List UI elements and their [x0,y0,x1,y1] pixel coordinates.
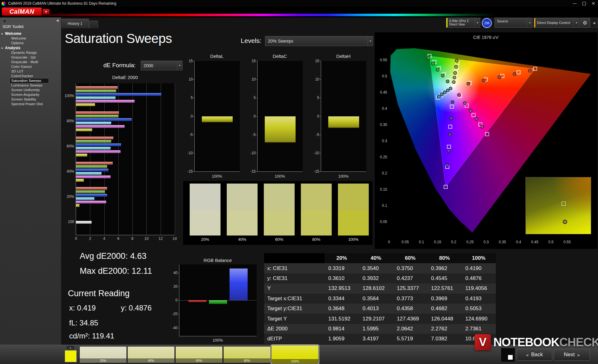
sidebar-item-3d-lut[interactable]: 3D LUT [0,69,61,74]
levels-dropdown[interactable]: 20% Sweeps ▼ [265,36,373,46]
current-cd: cd/m²: 119.41 [69,332,114,340]
measured-magenta-2 [463,101,466,105]
panel-collapse-button[interactable]: ◀ [590,18,598,28]
table-row-label: Target y:CIE31 [264,304,325,314]
sidebar-item-color-gamut[interactable]: Color Gamut [0,64,61,69]
patch-button-60%[interactable]: 60% [175,346,223,363]
actual-swatch-80% [301,184,332,210]
tree-expander-icon[interactable]: ▸ [2,45,3,50]
table-value-cell: 1.9059 [325,334,359,344]
target-swatch-20% [190,210,221,236]
sidebar-section-welcome[interactable]: ▸Welcome [0,31,61,36]
sidebar-item-welcome[interactable]: Welcome [0,36,61,41]
deltac-chart-title: DeltaC [257,54,302,59]
measured-red-3 [498,76,501,79]
chevron-down-icon: ▼ [177,61,182,70]
sidebar-item-saturation-sweeps[interactable]: Saturation Sweeps [10,78,49,83]
max-de2000: Max dE2000: 12.11 [80,266,152,276]
tick-mark [256,153,258,153]
patch-panel-arrow[interactable]: ▲ [66,345,75,350]
patch-button-80%[interactable]: 80% [223,346,271,363]
maximize-button[interactable] [579,0,589,7]
table-row-label: dEITP [264,334,325,344]
target-swatch-100% [338,210,369,236]
table-value-cell: 132.9513 [325,283,359,293]
x-tick-label: 6 [112,236,125,241]
sidebar-item-grayscale-multi[interactable]: Grayscale - Multi [0,60,61,64]
table-value-cell: 0.4190 [462,263,496,273]
sidebar-item-grayscale-2pt[interactable]: Grayscale - 2pt [0,55,61,60]
back-chevron-icon: « [526,352,529,357]
y-tick-label: -15 [182,169,193,174]
sidebar-item-options[interactable]: Options [0,41,61,45]
deltae-group-label: 100 [62,220,74,224]
table-header-row: 20%40%60%80%100% [264,253,496,263]
sidebar-item-dynamic-range[interactable]: Dynamic Range [0,50,61,55]
sidebar-section-analysis[interactable]: ▸Analysis [0,45,61,50]
tick-mark [256,116,258,117]
sidebar-item-colorchecker[interactable]: ColorChecker [0,74,61,78]
tick-mark [256,61,258,61]
new-tab-button[interactable] [89,21,98,28]
swatch-level-label: 60% [264,237,295,242]
logo-menu-arrow[interactable]: ▼ [43,9,50,14]
actual-swatch-20% [190,184,221,210]
patch-button-40%[interactable]: 40% [127,346,175,363]
target-swatch-60% [264,210,295,236]
cie-y-tick: 0.1 [377,203,387,208]
cie-x-tick: 0.2 [448,240,460,244]
measured-green-4 [431,62,434,65]
measured-yellow-1 [452,81,455,84]
tick-mark [256,79,258,80]
y-tick-label: -10 [309,151,319,155]
back-button[interactable]: « Back [517,349,552,361]
tick-mark [320,61,321,61]
meter-count-badge[interactable]: 236 [482,18,492,28]
deltah-xlabel: 100% [321,174,366,179]
gridline [132,83,133,235]
minimize-button[interactable]: — [570,0,579,7]
gridline [104,83,105,235]
table-corner-cell [264,253,325,263]
deltac-chart: 151050-5-10-15 [257,61,303,172]
meter-dropdown[interactable]: X-Rite i1Pro 2 Direct View ▼ [446,18,480,28]
tick-mark [320,171,321,172]
patch-button-100%[interactable]: 100% [271,345,319,364]
settings-button[interactable]: ⚙ [580,18,590,28]
x-tick-label: 12 [154,236,167,241]
tree-expander-icon[interactable]: ▸ [2,31,3,36]
deltae-group-label: 40% [62,169,74,174]
table-value-cell: 125.3377 [393,283,427,293]
source-dropdown[interactable]: Source ▼ [495,18,533,28]
measured-cyan-1 [449,87,452,90]
measured-cyan-4 [440,93,444,96]
sidebar-item-screen-uniformity[interactable]: Screen Uniformity [0,88,61,92]
table-value-cell: 0.5053 [462,304,496,314]
table-col-header: 80% [427,253,462,263]
y-tick-label: 0 [309,114,319,119]
cie-x-tick: 0.1 [415,240,428,244]
close-button[interactable]: ✕ [589,0,598,7]
sidebar-item-luminance-sweeps[interactable]: Luminance Sweeps [0,83,61,88]
y-tick-label: -15 [245,169,256,174]
actual-swatch-40% [227,184,258,210]
deltae-bar-100%-0 [76,86,118,89]
table-row: Y132.9513128.6102125.3377122.5761119.405… [264,283,496,293]
next-button[interactable]: Next » [554,349,590,361]
table-value-cell: 0.3969 [427,294,462,304]
history-tab[interactable]: History 1 [61,19,89,28]
display-control-dropdown[interactable]: Direct Display Control ▼ [534,18,579,28]
calman-logo[interactable]: CalMAN [2,7,42,16]
y-tick-label: 15 [245,59,256,63]
y-tick-label: 10 [245,77,256,82]
de-formula-dropdown[interactable]: 2000 ▼ [141,61,183,70]
cie-y-tick: 0.55 [377,58,387,62]
sidebar-collapse-icon[interactable]: ◀ [56,19,59,22]
patch-button-20%[interactable]: 20% [79,346,127,363]
table-value-cell: 128.6102 [359,283,393,293]
sidebar-item-spectral-power-dist-[interactable]: Spectral Power Dist. [0,102,61,106]
table-row: Target Y131.5192129.2107127.4369126.0448… [264,314,496,324]
sidebar-item-screen-stability[interactable]: Screen Stability [0,97,61,102]
sidebar-item-screen-angularity[interactable]: Screen Angularity [0,92,61,97]
table-value-cell: 129.2107 [359,314,393,324]
